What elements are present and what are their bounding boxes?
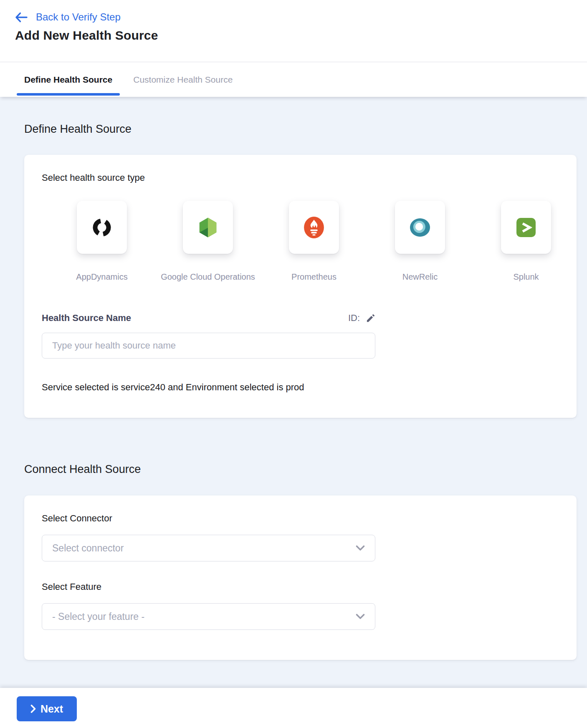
feature-select[interactable]: - Select your feature - <box>42 603 375 630</box>
define-health-source-card: Select health source type AppDynamics <box>24 155 577 418</box>
prometheus-icon <box>304 216 324 239</box>
splunk-icon <box>516 217 536 238</box>
appdynamics-icon <box>91 217 112 238</box>
gco-label: Google Cloud Operations <box>161 272 255 282</box>
source-option-appdynamics: AppDynamics <box>77 201 127 282</box>
connect-health-source-card: Select Connector Select connector Select… <box>24 495 577 660</box>
appdynamics-tile[interactable] <box>77 201 127 254</box>
page-title: Add New Health Source <box>15 28 587 43</box>
edit-id-button[interactable] <box>366 313 375 323</box>
source-option-splunk: Splunk <box>501 201 551 282</box>
arrow-left-icon <box>15 12 28 23</box>
google-cloud-operations-icon <box>197 216 219 239</box>
source-option-prometheus: Prometheus <box>289 201 339 282</box>
back-link-label: Back to Verify Step <box>36 11 121 23</box>
newrelic-tile[interactable] <box>395 201 445 254</box>
tab-define-health-source[interactable]: Define Health Source <box>17 62 120 97</box>
select-feature-label: Select Feature <box>42 581 559 592</box>
service-environment-text: Service selected is service240 and Envir… <box>42 382 559 393</box>
next-button[interactable]: Next <box>17 696 77 721</box>
appdynamics-label: AppDynamics <box>76 272 127 282</box>
health-source-type-row: AppDynamics Google Cloud Operations <box>42 201 559 282</box>
feature-placeholder: - Select your feature - <box>52 611 144 622</box>
chevron-down-icon <box>356 614 365 619</box>
page-header: Back to Verify Step Add New Health Sourc… <box>0 0 587 62</box>
select-connector-label: Select Connector <box>42 513 559 524</box>
id-group: ID: <box>348 313 375 324</box>
tab-customize-health-source[interactable]: Customize Health Source <box>126 62 240 97</box>
chevron-down-icon <box>356 545 365 551</box>
footer-bar: Next <box>0 688 587 728</box>
newrelic-icon <box>410 218 430 237</box>
splunk-label: Splunk <box>513 272 539 282</box>
connector-placeholder: Select connector <box>52 543 124 554</box>
health-source-name-label: Health Source Name <box>42 313 131 324</box>
prometheus-tile[interactable] <box>289 201 339 254</box>
health-source-name-row: Health Source Name ID: <box>42 313 375 324</box>
connector-select[interactable]: Select connector <box>42 535 375 561</box>
newrelic-label: NewRelic <box>402 272 438 282</box>
health-source-name-input[interactable] <box>42 333 375 359</box>
select-type-label: Select health source type <box>42 172 559 183</box>
chevron-right-icon <box>30 705 36 713</box>
source-option-newrelic: NewRelic <box>395 201 445 282</box>
back-to-verify-link[interactable]: Back to Verify Step <box>15 11 587 23</box>
content-area: Define Health Source Select health sourc… <box>0 97 587 688</box>
next-button-label: Next <box>40 703 63 715</box>
define-section-heading: Define Health Source <box>24 123 587 136</box>
prometheus-label: Prometheus <box>291 272 337 282</box>
source-option-gco: Google Cloud Operations <box>183 201 233 282</box>
id-label: ID: <box>348 313 360 324</box>
connect-section-heading: Connect Health Source <box>24 463 587 476</box>
tab-bar: Define Health Source Customize Health So… <box>0 62 587 97</box>
gco-tile[interactable] <box>183 201 233 254</box>
pencil-icon <box>366 313 375 323</box>
splunk-tile[interactable] <box>501 201 551 254</box>
